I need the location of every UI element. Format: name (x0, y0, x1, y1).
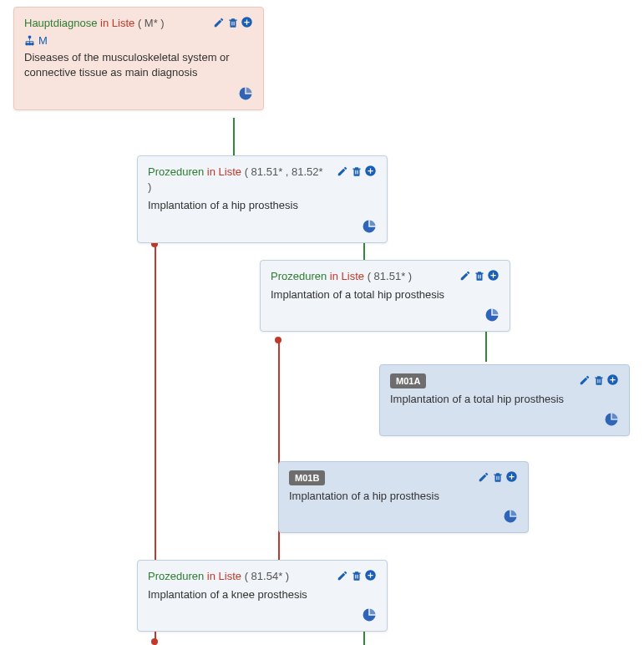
title-kind: Hauptdiagnose (24, 17, 97, 29)
connector (363, 630, 365, 645)
title-codes: ( 81.51* ) (368, 270, 412, 282)
node-desc: Implantation of a total hip prosthesis (271, 287, 499, 302)
node-root: Hauptdiagnose in Liste ( M* ) M Diseases… (13, 7, 264, 110)
title-kind: Prozeduren (148, 570, 204, 582)
pie-chart-icon[interactable] (604, 412, 619, 427)
title-kind: Prozeduren (148, 165, 204, 178)
trash-icon[interactable] (350, 569, 363, 582)
pie-chart-icon[interactable] (238, 86, 253, 101)
pie-chart-icon[interactable] (362, 219, 377, 234)
pie-chart-icon[interactable] (503, 509, 518, 524)
edit-icon[interactable] (336, 165, 348, 177)
trash-icon[interactable] (226, 16, 239, 28)
svg-rect-4 (32, 43, 34, 45)
plus-circle-icon[interactable] (606, 373, 619, 386)
plus-circle-icon[interactable] (505, 470, 518, 483)
svg-rect-2 (26, 43, 28, 45)
connector (485, 329, 487, 362)
node-proc2: Prozeduren in Liste ( 81.51* ) Implantat… (260, 260, 510, 332)
connector (233, 118, 235, 155)
pie-chart-icon[interactable] (362, 607, 377, 622)
title-op: in Liste (207, 570, 241, 582)
meta-code: M (38, 34, 48, 47)
plus-circle-icon[interactable] (364, 569, 377, 582)
node-badge: M01B (289, 470, 325, 485)
title-codes: ( M* ) (138, 17, 165, 29)
trash-icon[interactable] (473, 269, 485, 282)
edit-icon[interactable] (578, 373, 591, 386)
node-desc: Implantation of a total hip prosthesis (390, 392, 619, 407)
badge-label: M01B (289, 470, 325, 485)
node-desc: Implantation of a hip prosthesis (289, 489, 518, 504)
badge-label: M01A (390, 373, 426, 389)
title-op: in Liste (207, 165, 241, 178)
edit-icon[interactable] (212, 16, 225, 28)
node-title: Prozeduren in Liste ( 81.51* , 81.52* ) (148, 165, 329, 195)
node-proc3: Prozeduren in Liste ( 81.54* ) Implantat… (137, 560, 388, 632)
node-m01a: M01A Implantation of a total hip prosthe… (379, 364, 630, 436)
title-kind: Prozeduren (271, 270, 327, 282)
edit-icon[interactable] (477, 470, 489, 483)
title-op: in Liste (100, 17, 134, 29)
trash-icon[interactable] (350, 165, 363, 177)
trash-icon[interactable] (592, 373, 605, 386)
connector-dot (275, 337, 281, 343)
pie-chart-icon[interactable] (484, 307, 499, 322)
node-title: Prozeduren in Liste ( 81.54* ) (148, 569, 329, 584)
node-badge: M01A (390, 373, 426, 389)
svg-rect-1 (28, 36, 31, 38)
plus-circle-icon[interactable] (364, 165, 377, 177)
node-m01b: M01B Implantation of a hip prosthesis (278, 461, 529, 533)
node-desc: Implantation of a hip prosthesis (148, 198, 377, 213)
edit-icon[interactable] (459, 269, 471, 282)
trash-icon[interactable] (491, 470, 504, 483)
connector-dot (151, 638, 158, 645)
plus-circle-icon[interactable] (241, 16, 253, 28)
node-proc1: Prozeduren in Liste ( 81.51* , 81.52* ) … (137, 155, 388, 243)
edit-icon[interactable] (336, 569, 348, 582)
node-title: Hauptdiagnose in Liste ( M* ) (24, 16, 205, 31)
node-desc: Diseases of the musculoskeletal system o… (24, 50, 253, 80)
title-codes: ( 81.54* ) (245, 570, 289, 582)
node-desc: Implantation of a knee prosthesis (148, 587, 377, 602)
node-meta[interactable]: M (24, 34, 253, 47)
svg-rect-3 (28, 43, 31, 45)
sitemap-icon (24, 35, 35, 46)
node-title: Prozeduren in Liste ( 81.51* ) (271, 269, 452, 284)
plus-circle-icon[interactable] (487, 269, 499, 282)
title-op: in Liste (330, 270, 364, 282)
